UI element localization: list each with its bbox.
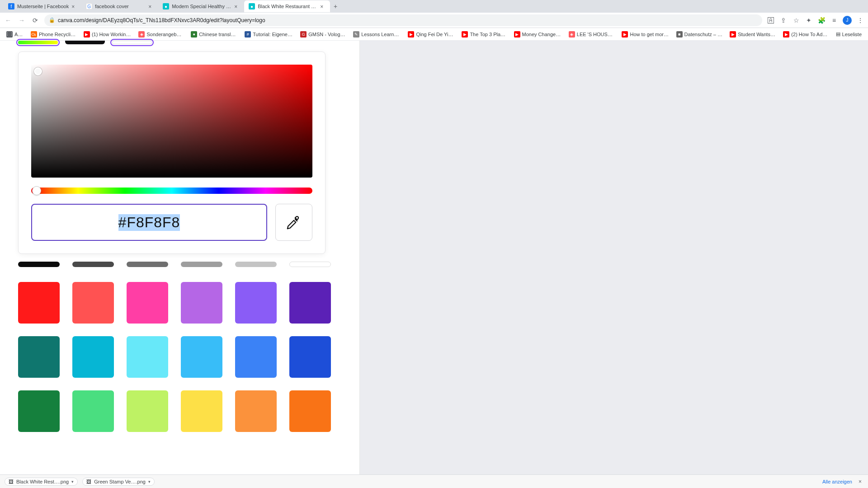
- swatch[interactable]: [235, 336, 277, 378]
- swatch[interactable]: [127, 262, 168, 267]
- hue-slider[interactable]: [31, 188, 312, 194]
- swatch[interactable]: [181, 262, 222, 267]
- bookmark-favicon-icon: ▶: [783, 31, 789, 38]
- bookmark-star-icon[interactable]: ☆: [792, 16, 800, 24]
- hex-input[interactable]: [32, 214, 266, 231]
- close-icon[interactable]: ×: [148, 4, 154, 9]
- bookmark-item[interactable]: ▶(2) How To Add A…: [780, 29, 831, 39]
- address-bar: ← → ⟳ 🔒 canva.com/design/DAEyzq8OqTs/c_T…: [0, 13, 868, 28]
- chevron-down-icon[interactable]: ▾: [71, 479, 74, 484]
- swatch[interactable]: [72, 282, 114, 324]
- close-icon[interactable]: ×: [857, 479, 863, 485]
- close-icon[interactable]: ×: [320, 4, 326, 9]
- reload-button[interactable]: ⟳: [31, 16, 40, 25]
- url-field[interactable]: 🔒 canva.com/design/DAEyzq8OqTs/c_TNs118b…: [44, 14, 762, 26]
- chevron-down-icon[interactable]: ▾: [148, 479, 151, 484]
- download-filename: Black White Rest….png: [16, 479, 69, 484]
- browser-tab[interactable]: f Musterseite | Facebook ×: [4, 0, 81, 12]
- bookmark-item[interactable]: ⋮⋮Apps: [4, 29, 26, 39]
- swatch[interactable]: [289, 390, 331, 432]
- bookmark-item[interactable]: ▶Student Wants an…: [727, 29, 778, 39]
- bookmark-item[interactable]: GGMSN - Vologda,…: [297, 29, 349, 39]
- browser-tab[interactable]: ● Modern Special Healthy Food ×: [158, 0, 244, 12]
- bookmark-label: How to get more v…: [630, 32, 669, 37]
- swatch[interactable]: [235, 262, 277, 267]
- bookmark-item[interactable]: ■Datenschutz – Re…: [674, 29, 726, 39]
- swatch[interactable]: [181, 390, 222, 432]
- swatch[interactable]: [127, 282, 168, 324]
- browser-tab[interactable]: G facebook cover ×: [81, 0, 158, 12]
- extensions-icon[interactable]: ✦: [805, 16, 813, 24]
- bookmark-favicon-icon: #: [245, 31, 251, 38]
- puzzle-icon[interactable]: 🧩: [817, 16, 826, 24]
- swatch[interactable]: [181, 336, 222, 378]
- bookmark-item[interactable]: ●Chinese translatio…: [188, 29, 240, 39]
- swatch[interactable]: [289, 282, 331, 324]
- swatch[interactable]: [72, 336, 114, 378]
- reading-list[interactable]: ▤Leseliste: [833, 31, 864, 37]
- bookmark-label: Apps: [14, 32, 24, 37]
- bookmark-favicon-icon: ▶: [462, 31, 468, 38]
- bookmark-item[interactable]: ▶Money Changes E…: [511, 29, 564, 39]
- tab-strip: f Musterseite | Facebook × G facebook co…: [0, 0, 868, 13]
- bookmark-favicon-icon: ⋮⋮: [6, 31, 13, 38]
- swatch[interactable]: [127, 390, 168, 432]
- selected-swatches: [18, 41, 152, 44]
- bookmark-label: GMSN - Vologda,…: [308, 32, 346, 37]
- swatch[interactable]: [127, 336, 168, 378]
- eyedropper-button[interactable]: [275, 204, 312, 241]
- file-icon: 🖼: [86, 479, 91, 484]
- selected-swatch[interactable]: [112, 41, 152, 44]
- swatch[interactable]: [72, 262, 114, 267]
- bookmark-item[interactable]: ▶The Top 3 Platfor…: [459, 29, 509, 39]
- browser-tab-active[interactable]: ● Black White Restaurant Typog ×: [244, 0, 330, 12]
- swatch[interactable]: [289, 262, 331, 267]
- back-button[interactable]: ←: [4, 16, 13, 25]
- profile-avatar[interactable]: J: [843, 16, 852, 25]
- bookmark-item[interactable]: ◈LEE 'S HOUSE—…: [566, 29, 618, 39]
- hex-row: [31, 204, 312, 241]
- swatch[interactable]: [235, 390, 277, 432]
- show-all-downloads[interactable]: Alle anzeigen: [822, 479, 852, 484]
- design-canvas[interactable]: [360, 41, 868, 474]
- share-icon[interactable]: ⇪: [779, 16, 788, 24]
- bookmark-item[interactable]: ▶(1) How Working a…: [81, 29, 134, 39]
- swatch[interactable]: [181, 282, 222, 324]
- translate-icon[interactable]: 🄰: [767, 16, 775, 24]
- bookmark-item[interactable]: ◈Sonderangebot | …: [136, 29, 186, 39]
- toolbar-right: 🄰 ⇪ ☆ ✦ 🧩 ≡ J ⋮: [767, 16, 864, 25]
- bookmark-item[interactable]: ✎Lessons Learned f…: [350, 29, 403, 39]
- tab-title: Modern Special Healthy Food: [172, 4, 231, 9]
- bookmark-favicon-icon: ▶: [408, 31, 414, 38]
- reading-list-icon[interactable]: ≡: [830, 16, 838, 24]
- saturation-value-area[interactable]: [31, 65, 312, 178]
- selected-swatch[interactable]: [18, 41, 58, 44]
- bookmark-favicon-icon: ▶: [514, 31, 520, 38]
- swatch[interactable]: [72, 390, 114, 432]
- close-icon[interactable]: ×: [71, 4, 77, 9]
- canva-editor: [0, 41, 868, 474]
- selected-swatch[interactable]: [65, 41, 105, 44]
- bookmark-item[interactable]: ▶Qing Fei De Yi - Y…: [405, 29, 457, 39]
- bookmark-item[interactable]: ▶How to get more v…: [619, 29, 671, 39]
- file-icon: 🖼: [9, 479, 14, 484]
- download-item[interactable]: 🖼 Black White Rest….png ▾: [5, 478, 78, 486]
- bookmark-item[interactable]: O₂Phone Recycling …: [28, 29, 79, 39]
- bookmark-label: Money Changes E…: [522, 32, 561, 37]
- swatch[interactable]: [18, 262, 60, 267]
- swatch[interactable]: [235, 282, 277, 324]
- new-tab-button[interactable]: +: [330, 1, 341, 12]
- bookmark-item[interactable]: #Tutorial: Eigene Fa…: [242, 29, 296, 39]
- sv-thumb[interactable]: [34, 67, 42, 75]
- swatch[interactable]: [18, 282, 60, 324]
- close-icon[interactable]: ×: [234, 4, 240, 9]
- bookmarks-bar: ⋮⋮AppsO₂Phone Recycling …▶(1) How Workin…: [0, 28, 868, 41]
- download-item[interactable]: 🖼 Green Stamp Ve….png ▾: [82, 478, 155, 486]
- forward-button[interactable]: →: [17, 16, 26, 25]
- eyedropper-icon: [286, 215, 302, 230]
- swatch[interactable]: [18, 390, 60, 432]
- swatch[interactable]: [289, 336, 331, 378]
- menu-icon[interactable]: ⋮: [856, 16, 864, 24]
- swatch[interactable]: [18, 336, 60, 378]
- hue-thumb[interactable]: [32, 186, 41, 195]
